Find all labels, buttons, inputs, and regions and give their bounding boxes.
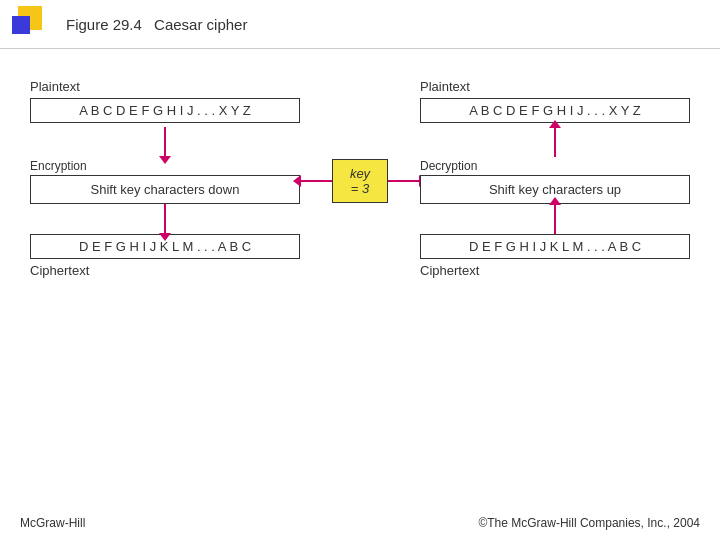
right-cipher-alphabet: D E F G H I J K L M . . . A B C <box>420 234 690 259</box>
right-plaintext-label: Plaintext <box>420 79 470 94</box>
horiz-arrows: key = 3 <box>300 159 420 203</box>
footer: McGraw-Hill ©The McGraw-Hill Companies, … <box>20 516 700 530</box>
right-arrow-up2 <box>554 204 556 234</box>
left-shift-text: Shift key characters down <box>91 182 240 197</box>
key-box: key = 3 <box>332 159 389 203</box>
right-ciphertext-label: Ciphertext <box>420 263 479 278</box>
arrow-left <box>300 180 332 182</box>
left-ciphertext-label: Ciphertext <box>30 263 89 278</box>
key-text: key = 3 <box>350 166 370 196</box>
right-shift-text: Shift key characters up <box>489 182 621 197</box>
logo <box>12 6 48 42</box>
left-arrow-down2 <box>164 204 166 234</box>
footer-left: McGraw-Hill <box>20 516 85 530</box>
center-section: key = 3 <box>300 159 420 203</box>
main-content: Plaintext A B C D E F G H I J . . . X Y … <box>0 49 720 298</box>
figure-title: Caesar cipher <box>154 16 247 33</box>
left-plaintext-label: Plaintext <box>30 79 80 94</box>
diagram-container: Plaintext A B C D E F G H I J . . . X Y … <box>30 79 690 278</box>
right-decryption-label: Decryption <box>420 159 477 173</box>
left-encryption-label: Encryption <box>30 159 87 173</box>
figure-label: Figure 29.4 <box>66 16 142 33</box>
left-plaintext-alphabet: A B C D E F G H I J . . . X Y Z <box>30 98 300 123</box>
footer-right: ©The McGraw-Hill Companies, Inc., 2004 <box>478 516 700 530</box>
left-diagram-col: Plaintext A B C D E F G H I J . . . X Y … <box>30 79 300 278</box>
header: Figure 29.4 Caesar cipher <box>0 0 720 49</box>
logo-blue <box>12 16 30 34</box>
arrow-right <box>388 180 420 182</box>
right-arrow-up <box>554 127 556 157</box>
header-title: Figure 29.4 Caesar cipher <box>58 16 247 33</box>
left-shift-box: Shift key characters down <box>30 175 300 204</box>
left-arrow-down <box>164 127 166 157</box>
right-diagram-col: Plaintext A B C D E F G H I J . . . X Y … <box>420 79 690 278</box>
